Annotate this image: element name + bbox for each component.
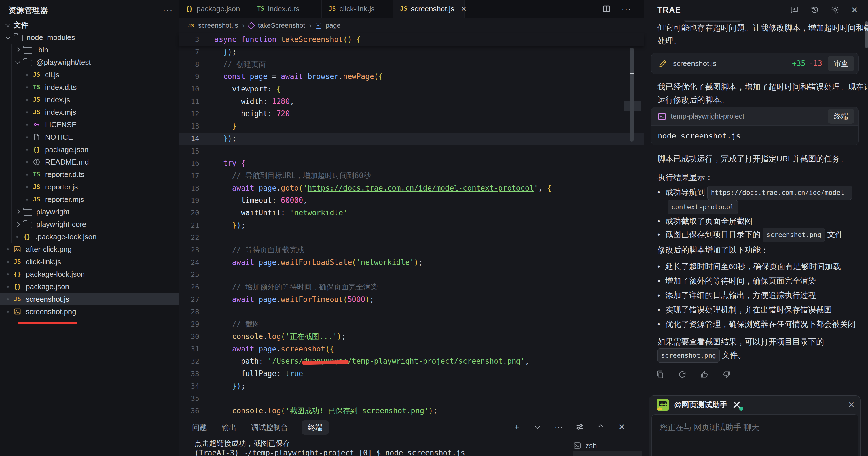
panel-tab-problems[interactable]: 问题 bbox=[191, 420, 208, 435]
panel-tab-debug-console[interactable]: 调试控制台 bbox=[250, 420, 289, 435]
tree-item-click-link.js[interactable]: JSclick-link.js bbox=[0, 256, 179, 268]
breadcrumb-file[interactable]: screenshot.js bbox=[198, 22, 238, 29]
tree-item-README.md[interactable]: README.md bbox=[0, 156, 179, 168]
terminal-session-zsh[interactable]: zsh bbox=[574, 440, 642, 451]
scrollbar-cursor-marker bbox=[629, 73, 634, 74]
terminal-settings-icon[interactable] bbox=[576, 423, 584, 431]
code-line-20[interactable]: 20 waitUntil: 'networkidle' bbox=[179, 207, 644, 219]
diff-card[interactable]: screenshot.js +35 -13 审查 bbox=[651, 53, 859, 74]
code-line-24[interactable]: 24 await page.waitForLoadState('networki… bbox=[179, 256, 644, 269]
code-line-27[interactable]: 27 await page.waitForTimeout(5000); bbox=[179, 293, 644, 306]
code-line-3[interactable]: 3async function takeScreenshot() { bbox=[179, 33, 644, 46]
editor-more-icon[interactable]: ··· bbox=[621, 4, 631, 13]
terminal-output[interactable]: 点击超链接成功，截图已保存 (TraeAI-3) ~/temp-playwrig… bbox=[194, 438, 465, 456]
chevron-down-icon[interactable] bbox=[533, 423, 542, 431]
split-editor-icon[interactable] bbox=[602, 4, 611, 13]
editor-scrollbar[interactable] bbox=[626, 46, 639, 415]
code-line-29[interactable]: 29 // 截图 bbox=[179, 318, 644, 330]
code-line-23[interactable]: 23 // 等待页面加载完成 bbox=[179, 244, 644, 256]
code-line-36[interactable]: 36 console.log('截图成功! 已保存到 screenshot.pn… bbox=[179, 405, 644, 415]
code-line-26[interactable]: 26 // 增加额外的等待时间，确保页面完全渲染 bbox=[179, 281, 644, 293]
tree-item-node-modules[interactable]: node_modules bbox=[0, 31, 179, 44]
chat-input[interactable]: 您正在与 网页测试助手 聊天 bbox=[651, 414, 858, 456]
tree-item-LICENSE[interactable]: LICENSE bbox=[0, 119, 179, 131]
tree-item-screenshot.js[interactable]: JSscreenshot.js bbox=[0, 293, 179, 305]
code-line-15[interactable]: 15 bbox=[179, 145, 644, 158]
tree-item-index.mjs[interactable]: JSindex.mjs bbox=[0, 106, 179, 119]
tab-screenshot-js[interactable]: JS screenshot.js ✕ bbox=[393, 0, 465, 18]
tree-item-package.json[interactable]: {}package.json bbox=[0, 281, 179, 293]
tree-item-NOTICE[interactable]: NOTICE bbox=[0, 131, 179, 143]
code-line-31[interactable]: 31 await page.screenshot({ bbox=[179, 343, 644, 355]
breadcrumb-symbol[interactable]: takeScreenshot bbox=[258, 22, 305, 29]
code-line-9[interactable]: 9 const page = await browser.newPage({ bbox=[179, 70, 644, 83]
code-line-25[interactable]: 25 bbox=[179, 268, 644, 281]
tree-item-reporter.d.ts[interactable]: TSreporter.d.ts bbox=[0, 168, 179, 181]
code-line-8[interactable]: 8 // 创建页面 bbox=[179, 58, 644, 71]
explorer-section-files[interactable]: 文件 bbox=[0, 19, 179, 31]
message-actions bbox=[656, 370, 731, 379]
terminal-session-partial[interactable] bbox=[574, 451, 642, 456]
review-button[interactable]: 审查 bbox=[828, 56, 855, 71]
tree-item-index.js[interactable]: JSindex.js bbox=[0, 94, 179, 106]
code-line-19[interactable]: 19 timeout: 60000, bbox=[179, 194, 644, 207]
code-line-13[interactable]: 13 } bbox=[179, 120, 644, 133]
gear-icon[interactable] bbox=[831, 5, 840, 14]
tree-item-package.json[interactable]: {}package.json bbox=[0, 143, 179, 156]
code-line-17[interactable]: 17 // 导航到目标URL，增加超时时间到60秒 bbox=[179, 170, 644, 182]
tree-item-cli.js[interactable]: JScli.js bbox=[0, 69, 179, 81]
tree-item-label: @playwright/test bbox=[36, 58, 91, 67]
tree-item-package-lock.json[interactable]: {}package-lock.json bbox=[0, 268, 179, 281]
tab-package-json[interactable]: {} package.json bbox=[179, 0, 250, 18]
open-terminal-button[interactable]: 终端 bbox=[828, 109, 855, 124]
code-line-7[interactable]: 7 }); bbox=[179, 46, 644, 58]
tree-item-reporter.mjs[interactable]: JSreporter.mjs bbox=[0, 193, 179, 206]
code-line-33[interactable]: 33 fullPage: true bbox=[179, 368, 644, 380]
code-line-22[interactable]: 22 bbox=[179, 231, 644, 244]
explorer-more-icon[interactable]: ··· bbox=[163, 5, 173, 15]
new-chat-icon[interactable] bbox=[790, 5, 799, 14]
code-line-21[interactable]: 21 }); bbox=[179, 219, 644, 232]
maximize-panel-icon[interactable] bbox=[596, 423, 605, 431]
code-line-11[interactable]: 11 width: 1280, bbox=[179, 95, 644, 108]
code-line-30[interactable]: 30 console.log('正在截图...'); bbox=[179, 330, 644, 343]
copy-icon[interactable] bbox=[656, 370, 665, 379]
tree-item-@playwright-test[interactable]: @playwright/test bbox=[0, 56, 179, 69]
tree-item-after-click.png[interactable]: after-click.png bbox=[0, 243, 179, 256]
tab-index-d-ts[interactable]: TS index.d.ts bbox=[250, 0, 322, 18]
code-line-12[interactable]: 12 height: 720 bbox=[179, 108, 644, 120]
tree-item-.package-lock.json[interactable]: {}.package-lock.json bbox=[0, 231, 179, 243]
code-line-14[interactable]: 14 }); bbox=[179, 133, 644, 145]
tree-item-screenshot.png[interactable]: screenshot.png bbox=[0, 305, 179, 318]
code-line-28[interactable]: 28 bbox=[179, 305, 644, 318]
panel-tab-output[interactable]: 输出 bbox=[221, 420, 238, 435]
thumbs-up-icon[interactable] bbox=[700, 370, 709, 379]
regenerate-icon[interactable] bbox=[678, 370, 687, 379]
tree-item-.bin[interactable]: .bin bbox=[0, 44, 179, 56]
code-line-34[interactable]: 34 }); bbox=[179, 380, 644, 393]
tree-item-label: screenshot.png bbox=[26, 307, 76, 316]
code-line-18[interactable]: 18 await page.goto('https://docs.trae.co… bbox=[179, 182, 644, 195]
scrollbar-thumb[interactable] bbox=[629, 47, 634, 141]
tree-item-index.d.ts[interactable]: TSindex.d.ts bbox=[0, 81, 179, 94]
code-line-10[interactable]: 10 viewport: { bbox=[179, 83, 644, 95]
tree-item-playwright-core[interactable]: playwright-core bbox=[0, 218, 179, 231]
tab-click-link-js[interactable]: JS click-link.js bbox=[322, 0, 393, 18]
indent-guide bbox=[21, 69, 21, 206]
code-line-35[interactable]: 35 bbox=[179, 392, 644, 405]
close-panel-icon[interactable]: ✕ bbox=[617, 423, 626, 431]
tree-item-reporter.js[interactable]: JSreporter.js bbox=[0, 181, 179, 193]
tree-item-playwright[interactable]: playwright bbox=[0, 206, 179, 218]
code-line-16[interactable]: 16 try { bbox=[179, 157, 644, 170]
code-line-32[interactable]: 32 path: '/Users/duanyunyan/temp-playwri… bbox=[179, 355, 644, 368]
thumbs-down-icon[interactable] bbox=[722, 370, 731, 379]
panel-tab-terminal[interactable]: 终端 bbox=[302, 420, 329, 435]
history-icon[interactable] bbox=[810, 5, 819, 14]
terminal-run-card[interactable]: temp-playwright-project 终端 node screensh… bbox=[651, 107, 859, 145]
new-terminal-icon[interactable]: ＋ bbox=[513, 423, 521, 431]
close-panel-icon[interactable]: ✕ bbox=[851, 5, 858, 15]
breadcrumb-member[interactable]: page bbox=[326, 22, 340, 29]
close-chat-icon[interactable]: ✕ bbox=[848, 400, 855, 410]
more-actions-icon[interactable]: ··· bbox=[555, 423, 563, 431]
code-area[interactable]: 7 });8 // 创建页面9 const page = await brows… bbox=[179, 46, 644, 415]
